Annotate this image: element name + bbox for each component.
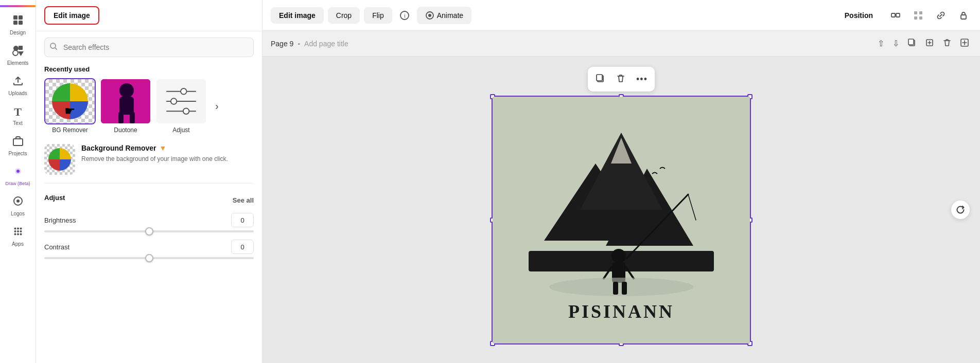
svg-point-13	[14, 228, 16, 230]
adjust-thumb-inner	[156, 79, 206, 123]
bg-remover-description: Background Remover ▼ Remove the backgrou…	[44, 144, 254, 184]
svg-marker-6	[18, 51, 24, 56]
position-button[interactable]: Position	[836, 7, 881, 24]
see-all-button[interactable]: See all	[233, 196, 254, 204]
svg-rect-27	[130, 112, 135, 123]
svg-text:i: i	[404, 12, 406, 19]
svg-rect-56	[597, 75, 602, 81]
projects-icon	[12, 135, 24, 149]
svg-rect-42	[914, 11, 917, 14]
bg-remover-thumb[interactable]: ☛	[44, 78, 96, 124]
float-more-button[interactable]: •••	[632, 70, 652, 88]
brightness-slider-thumb[interactable]	[145, 227, 153, 235]
float-copy-button[interactable]	[591, 70, 609, 88]
sidebar-item-text[interactable]: T Text	[3, 101, 33, 130]
brightness-slider-track[interactable]	[44, 230, 254, 232]
sidebar-item-draw[interactable]: Draw (Beta)	[3, 161, 33, 190]
adjust-header: Adjust See all	[44, 194, 254, 207]
sidebar-item-uploads[interactable]: Uploads	[3, 71, 33, 100]
effect-adjust[interactable]: Adjust	[155, 78, 207, 134]
svg-point-18	[20, 230, 22, 232]
sidebar-item-label-text: Text	[13, 120, 22, 126]
svg-rect-48	[908, 39, 914, 45]
svg-rect-3	[19, 21, 23, 25]
toolbar-right: Position	[836, 7, 972, 24]
group-icon-button[interactable]	[887, 7, 904, 24]
chevron-down-button[interactable]: ⇩	[890, 36, 902, 51]
canvas-image: PISINANN	[493, 97, 750, 343]
crop-button[interactable]: Crop	[328, 7, 360, 24]
svg-point-14	[17, 228, 19, 230]
canvas-container: •••	[262, 57, 980, 363]
svg-rect-0	[13, 15, 18, 20]
info-button[interactable]: i	[396, 7, 413, 24]
svg-point-34	[183, 108, 189, 114]
edit-image-panel-button[interactable]: Edit image	[44, 6, 99, 25]
svg-point-21	[20, 233, 22, 235]
svg-rect-26	[118, 112, 124, 123]
duotone-thumb[interactable]	[100, 78, 151, 124]
svg-rect-25	[119, 97, 134, 115]
draw-icon	[12, 166, 24, 179]
contrast-slider-thumb[interactable]	[145, 254, 153, 262]
sidebar-item-label-draw: Draw (Beta)	[5, 181, 30, 186]
animate-button[interactable]: Animate	[417, 7, 471, 24]
adjust-section-label: Adjust	[44, 194, 65, 202]
contrast-header: Contrast 0	[44, 240, 254, 254]
page-header-right: ⇧ ⇩	[875, 35, 972, 52]
page-title-placeholder[interactable]: Add page title	[304, 40, 348, 48]
logos-icon	[12, 195, 24, 209]
page-number: Page 9	[271, 40, 293, 48]
brightness-row: Brightness 0	[44, 213, 254, 232]
refresh-button[interactable]	[951, 201, 970, 219]
effects-chevron-button[interactable]: ›	[213, 98, 221, 114]
svg-rect-39	[891, 13, 895, 17]
duplicate-page-button[interactable]	[922, 35, 937, 52]
effect-bg-remover[interactable]: ☛ BG Remover	[44, 78, 96, 134]
copy-page-button[interactable]	[905, 35, 919, 52]
svg-point-15	[20, 228, 22, 230]
contrast-slider-track[interactable]	[44, 257, 254, 259]
contrast-label: Contrast	[44, 243, 69, 251]
canvas-image-wrapper[interactable]: PISINANN	[492, 96, 751, 344]
sidebar-item-apps[interactable]: Apps	[3, 222, 33, 251]
edit-image-toolbar-button[interactable]: Edit image	[271, 7, 324, 24]
lock-icon-button[interactable]	[955, 7, 972, 24]
elements-icon	[12, 45, 24, 59]
editor-area: Edit image Crop Flip i Animate Position	[262, 0, 980, 363]
search-container	[44, 38, 254, 57]
flip-button[interactable]: Flip	[364, 7, 392, 24]
search-input[interactable]	[44, 38, 254, 57]
sidebar-item-projects[interactable]: Projects	[3, 131, 33, 160]
fishing-scene-svg: PISINANN	[493, 97, 750, 343]
design-icon	[12, 14, 24, 28]
apps-icon	[12, 226, 24, 240]
svg-text:PISINANN: PISINANN	[568, 301, 674, 322]
sidebar-item-design[interactable]: Design	[3, 10, 33, 40]
svg-rect-71	[613, 282, 618, 295]
panel-top-bar: Edit image	[36, 0, 262, 31]
chevron-up-button[interactable]: ⇧	[875, 36, 887, 51]
add-page-button[interactable]	[957, 35, 972, 52]
page-area: Page 9 - Add page title ⇧ ⇩	[262, 31, 980, 363]
svg-point-12	[16, 199, 20, 203]
sidebar-item-label-design: Design	[10, 30, 26, 35]
adjust-section: Adjust See all Brightness 0 Contrast 0	[44, 194, 254, 259]
svg-point-20	[17, 233, 19, 235]
contrast-row: Contrast 0	[44, 240, 254, 259]
contrast-value[interactable]: 0	[231, 240, 254, 254]
svg-point-7	[13, 50, 18, 56]
sidebar-item-label-projects: Projects	[8, 151, 27, 156]
link-icon-button[interactable]	[933, 7, 949, 24]
sidebar-item-logos[interactable]: Logos	[3, 191, 33, 221]
brightness-value[interactable]: 0	[231, 213, 254, 227]
delete-page-button[interactable]	[940, 35, 954, 52]
duotone-thumb-inner	[101, 79, 150, 123]
sidebar-item-label-elements: Elements	[7, 60, 29, 66]
sidebar-item-elements[interactable]: Elements	[3, 41, 33, 70]
grid-icon-button[interactable]	[910, 7, 926, 24]
svg-point-64	[611, 249, 626, 263]
effect-duotone[interactable]: Duotone	[100, 78, 151, 134]
adjust-thumb[interactable]	[155, 78, 207, 124]
float-delete-button[interactable]	[611, 70, 630, 88]
